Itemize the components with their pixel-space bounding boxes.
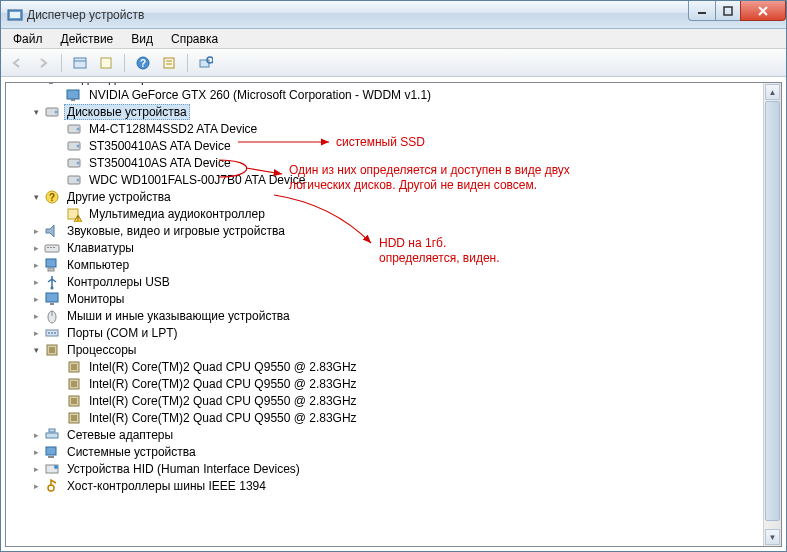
expander-icon[interactable]: [28, 82, 44, 83]
svg-rect-3: [724, 7, 732, 15]
device-item[interactable]: ST3500410AS ATA Device: [6, 137, 781, 154]
category-other-devices[interactable]: ? Другие устройства: [6, 188, 781, 205]
category-mice[interactable]: Мыши и иные указывающие устройства: [6, 307, 781, 324]
expander-icon[interactable]: [28, 107, 44, 117]
device-label: Intel(R) Core(TM)2 Quad CPU Q9550 @ 2.83…: [86, 393, 360, 409]
expander-icon[interactable]: [28, 481, 44, 491]
category-label: Порты (COM и LPT): [64, 325, 181, 341]
category-computer[interactable]: Компьютер: [6, 256, 781, 273]
maximize-button[interactable]: [715, 1, 741, 21]
svg-rect-40: [48, 268, 54, 271]
svg-point-48: [51, 332, 53, 334]
device-label: ST3500410AS ATA Device: [86, 155, 234, 171]
expander-icon[interactable]: [28, 294, 44, 304]
minimize-button[interactable]: [688, 1, 716, 21]
svg-rect-42: [46, 293, 58, 302]
category-label: Системные устройства: [64, 444, 199, 460]
svg-rect-9: [164, 58, 174, 68]
device-item[interactable]: Intel(R) Core(TM)2 Quad CPU Q9550 @ 2.83…: [6, 358, 781, 375]
menu-file[interactable]: Файл: [5, 30, 51, 48]
svg-rect-35: [45, 245, 59, 252]
svg-point-49: [54, 332, 56, 334]
forward-button: [31, 52, 55, 74]
category-label: Видеоадаптеры: [64, 82, 159, 86]
menu-help[interactable]: Справка: [163, 30, 226, 48]
expander-icon[interactable]: [28, 226, 44, 236]
expander-icon[interactable]: [28, 260, 44, 270]
menu-view[interactable]: Вид: [123, 30, 161, 48]
category-disk-drives[interactable]: Дисковые устройства: [6, 103, 781, 120]
view-button[interactable]: [68, 52, 92, 74]
svg-text:?: ?: [140, 58, 146, 69]
other-devices-icon: ?: [44, 189, 60, 205]
expander-icon[interactable]: [28, 447, 44, 457]
computer-icon: [44, 257, 60, 273]
menu-action[interactable]: Действие: [53, 30, 122, 48]
scan-button[interactable]: [194, 52, 218, 74]
device-item[interactable]: Intel(R) Core(TM)2 Quad CPU Q9550 @ 2.83…: [6, 409, 781, 426]
tree-panel: ▲ ▼ Видеоадаптеры NVIDIA GeForce GTX 260…: [5, 82, 782, 547]
device-label: Intel(R) Core(TM)2 Quad CPU Q9550 @ 2.83…: [86, 410, 360, 426]
expander-icon[interactable]: [28, 328, 44, 338]
expander-icon[interactable]: [28, 345, 44, 355]
svg-point-20: [55, 110, 58, 113]
device-label: Intel(R) Core(TM)2 Quad CPU Q9550 @ 2.83…: [86, 359, 360, 375]
scroll-down-button[interactable]: ▼: [765, 529, 780, 545]
svg-point-24: [77, 144, 80, 147]
category-hid[interactable]: Устройства HID (Human Interface Devices): [6, 460, 781, 477]
network-icon: [44, 427, 60, 443]
device-item[interactable]: ST3500410AS ATA Device: [6, 154, 781, 171]
expander-icon[interactable]: [28, 277, 44, 287]
svg-rect-37: [50, 247, 52, 248]
firewire-icon: [44, 478, 60, 494]
svg-rect-17: [67, 90, 79, 99]
device-item[interactable]: Intel(R) Core(TM)2 Quad CPU Q9550 @ 2.83…: [6, 392, 781, 409]
category-network[interactable]: Сетевые адаптеры: [6, 426, 781, 443]
properties-button[interactable]: [157, 52, 181, 74]
content-area: ▲ ▼ Видеоадаптеры NVIDIA GeForce GTX 260…: [1, 77, 786, 551]
cpu-icon: [66, 376, 82, 392]
category-ieee1394[interactable]: Хост-контроллеры шины IEEE 1394: [6, 477, 781, 494]
device-item[interactable]: WDC WD1001FALS-00J7B0 ATA Device: [6, 171, 781, 188]
device-item[interactable]: NVIDIA GeForce GTX 260 (Microsoft Corpor…: [6, 86, 781, 103]
device-item[interactable]: Intel(R) Core(TM)2 Quad CPU Q9550 @ 2.83…: [6, 375, 781, 392]
scroll-thumb[interactable]: [765, 101, 780, 521]
category-system[interactable]: Системные устройства: [6, 443, 781, 460]
expander-icon[interactable]: [28, 464, 44, 474]
category-keyboards[interactable]: Клавиатуры: [6, 239, 781, 256]
close-button[interactable]: [740, 1, 786, 21]
category-label: Мыши и иные указывающие устройства: [64, 308, 293, 324]
svg-rect-38: [53, 247, 55, 248]
svg-rect-36: [47, 247, 49, 248]
sound-icon: [44, 223, 60, 239]
device-item[interactable]: ! Мультимедиа аудиоконтроллер: [6, 205, 781, 222]
help-button[interactable]: ?: [131, 52, 155, 74]
category-processors[interactable]: Процессоры: [6, 341, 781, 358]
window-title: Диспетчер устройств: [27, 8, 144, 22]
category-label: Клавиатуры: [64, 240, 137, 256]
category-usb[interactable]: Контроллеры USB: [6, 273, 781, 290]
show-hidden-button[interactable]: [94, 52, 118, 74]
category-monitors[interactable]: Мониторы: [6, 290, 781, 307]
svg-rect-6: [101, 58, 111, 68]
scroll-up-button[interactable]: ▲: [765, 84, 780, 100]
expander-icon[interactable]: [28, 243, 44, 253]
expander-icon[interactable]: [28, 311, 44, 321]
cpu-icon: [44, 342, 60, 358]
device-item[interactable]: M4-CT128M4SSD2 ATA Device: [6, 120, 781, 137]
category-label: Устройства HID (Human Interface Devices): [64, 461, 303, 477]
svg-rect-61: [49, 429, 55, 432]
tree-scroll[interactable]: Видеоадаптеры NVIDIA GeForce GTX 260 (Mi…: [6, 82, 781, 546]
window-controls: [689, 1, 786, 21]
category-sound[interactable]: Звуковые, видео и игровые устройства: [6, 222, 781, 239]
expander-icon[interactable]: [28, 430, 44, 440]
svg-rect-2: [698, 12, 706, 14]
display-adapter-icon: [66, 87, 82, 103]
svg-text:!: !: [77, 215, 79, 222]
category-ports[interactable]: Порты (COM и LPT): [6, 324, 781, 341]
svg-rect-55: [71, 381, 77, 387]
svg-rect-57: [71, 398, 77, 404]
svg-rect-43: [50, 303, 54, 305]
svg-rect-1: [10, 12, 20, 18]
expander-icon[interactable]: [28, 192, 44, 202]
